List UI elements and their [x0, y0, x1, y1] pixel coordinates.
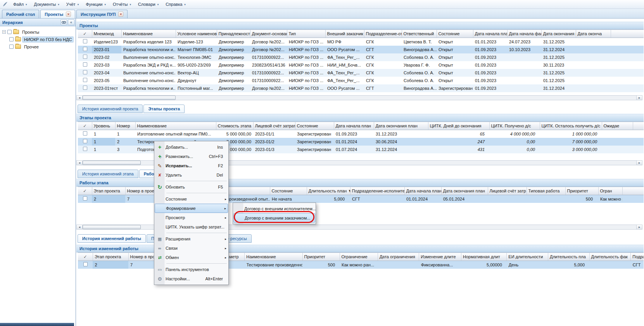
cell[interactable]: 2023-03	[92, 61, 121, 69]
menu-item[interactable]: Добавить...Ins	[155, 142, 228, 152]
column-header[interactable]: Лицевой счёт затр	[488, 187, 527, 195]
column-header[interactable]: Дата начала план.	[473, 30, 507, 38]
column-header[interactable]: Приоритет	[565, 187, 598, 195]
cell[interactable]: 1	[115, 130, 135, 138]
tree-checkbox[interactable]	[9, 37, 14, 41]
column-header[interactable]: Дата оконча	[576, 30, 611, 38]
menu-item[interactable]: ОбновитьF5	[155, 182, 228, 192]
projects-table[interactable]: ✓МнемокодНаименованиеУсловное наименоваП…	[78, 29, 644, 92]
cell[interactable]: НИИ_НМ_Бочв...	[325, 61, 364, 69]
cell[interactable]: 3	[115, 146, 135, 153]
column-header[interactable]: Внешний заказчик	[325, 30, 364, 38]
cell[interactable]: Магнит ПМ085-01	[176, 46, 217, 53]
row-select-cell[interactable]	[78, 77, 92, 84]
cell[interactable]: Демопример	[217, 61, 250, 69]
cell[interactable]: 01.09.2023	[473, 77, 507, 84]
cell[interactable]: Демопример	[217, 46, 250, 53]
row-select-cell[interactable]	[78, 69, 92, 77]
column-header[interactable]: Состояние	[270, 187, 307, 195]
cell[interactable]: ФА_Техн_Рег_...	[325, 77, 364, 84]
cell[interactable]: СГК	[364, 53, 402, 61]
row-checkbox[interactable]	[83, 78, 87, 82]
cell[interactable]: 01.01.2024	[404, 195, 441, 203]
column-header[interactable]: Типовая работа	[527, 187, 565, 195]
menu-item[interactable]: Настройки...Alt+Enter	[155, 274, 228, 283]
column-header[interactable]: ✓	[78, 253, 93, 261]
cell[interactable]	[633, 130, 644, 138]
cell[interactable]: 01.09.2023	[473, 61, 507, 69]
column-header[interactable]: Подразделение-от	[364, 30, 402, 38]
column-header[interactable]: ✓	[78, 30, 92, 38]
cell[interactable]: 905-U020-23/269	[176, 61, 217, 69]
column-header[interactable]: Лицевой счёт затрат	[253, 122, 295, 130]
cell[interactable]: Демопример	[217, 84, 250, 92]
cell[interactable]: Разработка ЭКД и РКД н...	[121, 61, 176, 69]
column-header[interactable]: Дата начала факт	[507, 30, 541, 38]
cell[interactable]: Изделие123	[92, 38, 121, 46]
cell[interactable]: ООО Русатом ...	[325, 84, 364, 92]
find-icon[interactable]	[60, 19, 67, 25]
cell[interactable]: Соболева О. А.	[402, 77, 437, 84]
cell[interactable]: 1	[92, 130, 115, 138]
column-header[interactable]: Подразделение	[631, 253, 644, 261]
cell[interactable]: Открыт	[437, 69, 473, 77]
scroll-right-icon[interactable]: ▸	[636, 225, 642, 229]
cell[interactable]: 2	[93, 261, 128, 269]
cell[interactable]	[633, 138, 644, 146]
cell[interactable]: 230823/0514/136	[250, 61, 287, 69]
cell[interactable]: Изделие-123	[176, 38, 217, 46]
column-header[interactable]	[633, 122, 644, 130]
projects-hscrollbar[interactable]: ◂▸	[76, 95, 642, 100]
row-select-cell[interactable]	[78, 130, 92, 138]
column-header[interactable]: Изменение длите	[419, 253, 461, 261]
panel-tab[interactable]: История изменений этапа	[78, 170, 138, 178]
cell[interactable]: Цветкова В. Т.	[402, 38, 437, 46]
cell[interactable]: Изготовление опытной партии ПМ0...	[135, 130, 216, 138]
cell[interactable]: 05.01.2024	[441, 195, 488, 203]
table-row[interactable]: 2023-04Выполнение опытно-конс...Вектор-А…	[78, 69, 644, 77]
cell[interactable]: СГТ	[364, 84, 402, 92]
cell[interactable]: 01.09.2023	[473, 69, 507, 77]
cell[interactable]: 4 000 000,00	[489, 130, 540, 138]
cell[interactable]: 30.11.2023	[541, 61, 576, 69]
cell[interactable]: Не начата	[270, 195, 307, 203]
cell[interactable]	[378, 261, 419, 269]
row-checkbox[interactable]	[83, 62, 87, 67]
cell[interactable]: СГК	[364, 61, 402, 69]
row-select-cell[interactable]	[78, 61, 92, 69]
column-header[interactable]: Наименование	[121, 30, 176, 38]
cell[interactable]: Договор №202...	[250, 46, 287, 53]
cell[interactable]: 3 000 000,00	[540, 146, 602, 153]
cell[interactable]: Демопример	[217, 38, 250, 46]
cell[interactable]	[602, 146, 633, 153]
cell[interactable]: СГК	[364, 69, 402, 77]
cell[interactable]: НИОКР по ГОЗ ...	[287, 46, 325, 53]
cell[interactable]	[611, 38, 644, 46]
cell[interactable]: 2	[115, 138, 135, 146]
cell[interactable]: НИОКР по ГОЗ ...	[287, 38, 325, 46]
cell[interactable]: ФА_Техн_Рег_...	[325, 53, 364, 61]
cell[interactable]: Как можно ран...	[598, 195, 622, 203]
cell[interactable]: Выполнение опытно-конс...	[121, 69, 176, 77]
cell[interactable]	[507, 69, 541, 77]
cell[interactable]: 2023-01тест	[92, 84, 121, 92]
column-header[interactable]: Стоимость этапа	[216, 122, 253, 130]
column-header[interactable]: Мнемокод	[92, 30, 121, 38]
column-header[interactable]: Дата окончания план	[441, 187, 488, 195]
menu-item[interactable]: Договор с внешним исполнителем...	[233, 204, 315, 213]
menu-item[interactable]: Просмотр▸	[155, 213, 228, 222]
row-checkbox[interactable]	[83, 196, 87, 201]
cell[interactable]	[611, 61, 644, 69]
cell[interactable]	[507, 61, 541, 69]
cell[interactable]: Выполнение опытно-конс...	[121, 77, 176, 84]
cell[interactable]: 01.09.2023	[473, 53, 507, 61]
column-header[interactable]: Дата окончания план	[374, 122, 428, 130]
cell[interactable]: ФА_Техн_Рег_...	[325, 69, 364, 77]
column-header[interactable]: Длительность фак	[589, 253, 631, 261]
cell[interactable]	[527, 195, 565, 203]
collapse-sidebar-button[interactable]: «	[68, 19, 74, 25]
cell[interactable]: 30.06.2024	[374, 138, 428, 146]
cell[interactable]: Разработка технологии и...	[121, 84, 176, 92]
column-header[interactable]: Тип	[287, 30, 325, 38]
cell[interactable]: 2023-02	[92, 53, 121, 61]
